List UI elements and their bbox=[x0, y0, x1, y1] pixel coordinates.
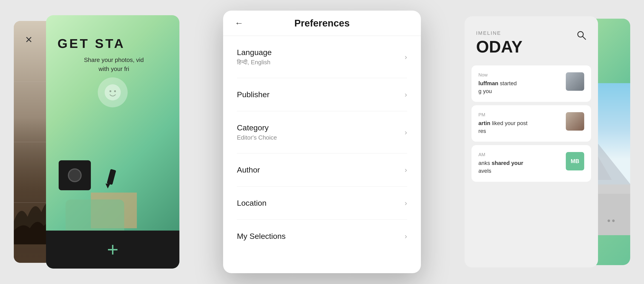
svg-point-1 bbox=[110, 90, 111, 92]
publisher-label: Publisher bbox=[237, 90, 270, 99]
location-content: Location bbox=[237, 199, 266, 208]
category-value: Editor's Choice bbox=[237, 134, 277, 141]
svg-point-0 bbox=[105, 84, 121, 100]
timeline-today: ODAY bbox=[476, 39, 522, 55]
svg-line-6 bbox=[582, 36, 586, 39]
notification-3: AM anks shared youravels MB bbox=[472, 145, 591, 182]
location-label: Location bbox=[237, 199, 266, 208]
language-value: हिन्दी, English bbox=[237, 59, 272, 66]
language-label: Language bbox=[237, 48, 272, 57]
notif-3-avatar-mb: MB bbox=[566, 152, 584, 171]
notif-1-name: luffman bbox=[478, 80, 498, 86]
category-item[interactable]: Category Editor's Choice › bbox=[237, 111, 407, 154]
my-selections-chevron: › bbox=[404, 232, 407, 240]
notif-1-time: Now bbox=[478, 72, 560, 78]
svg-point-2 bbox=[114, 90, 116, 92]
preferences-card-wrapper: ← Preferences Language हिन्दी, English ›… bbox=[223, 11, 421, 273]
smile-icon bbox=[104, 83, 122, 102]
location-item[interactable]: Location › bbox=[237, 187, 407, 220]
notif-2-avatar bbox=[566, 112, 584, 130]
notif-2-content: PM artin liked your postres bbox=[478, 112, 560, 135]
camera-block bbox=[59, 160, 91, 190]
card-timeline: IMELINE ODAY Now luffman startedg you bbox=[464, 16, 598, 267]
subtitle-line2: with your fri bbox=[99, 65, 129, 72]
location-chevron: › bbox=[404, 199, 407, 207]
pencil-block bbox=[96, 165, 126, 193]
notif-1-content: Now luffman startedg you bbox=[478, 72, 560, 95]
timeline-labels: IMELINE ODAY bbox=[476, 30, 522, 55]
subtitle: Share your photos, vid with your fri bbox=[55, 56, 172, 73]
notif-1-text: luffman startedg you bbox=[478, 79, 560, 95]
my-selections-item[interactable]: My Selections › bbox=[237, 220, 407, 253]
notif-3-name: shared your bbox=[492, 160, 523, 166]
add-button[interactable]: + bbox=[107, 240, 118, 259]
notif-2-time: PM bbox=[478, 112, 560, 117]
card-left-center: GET STA Share your photos, vid with your… bbox=[46, 15, 180, 268]
author-chevron: › bbox=[404, 166, 407, 174]
preferences-header: ← Preferences bbox=[223, 11, 421, 36]
author-item[interactable]: Author › bbox=[237, 154, 407, 187]
svg-rect-3 bbox=[107, 169, 116, 185]
publisher-chevron: › bbox=[404, 90, 407, 99]
search-icon bbox=[576, 30, 586, 40]
action-bar: + bbox=[46, 231, 180, 268]
back-button[interactable]: ← bbox=[234, 18, 243, 28]
search-button[interactable] bbox=[576, 30, 586, 43]
author-label: Author bbox=[237, 165, 260, 174]
my-selections-label: My Selections bbox=[237, 232, 286, 241]
language-item[interactable]: Language हिन्दी, English › bbox=[237, 36, 407, 78]
notif-3-time: AM bbox=[478, 152, 560, 157]
my-selections-content: My Selections bbox=[237, 232, 286, 241]
subtitle-line1: Share your photos, vid bbox=[84, 56, 144, 63]
timeline-header: IMELINE ODAY bbox=[464, 16, 598, 62]
category-chevron: › bbox=[404, 128, 407, 136]
preferences-card: ← Preferences Language हिन्दी, English ›… bbox=[223, 11, 421, 273]
notif-2-name: artin bbox=[478, 120, 490, 126]
publisher-item[interactable]: Publisher › bbox=[237, 78, 407, 111]
category-label: Category bbox=[237, 123, 277, 132]
notif-1-avatar bbox=[566, 72, 584, 91]
scene: × GET STA Share your photos, vid with yo… bbox=[0, 0, 644, 284]
camera-lens bbox=[68, 168, 82, 182]
preferences-list: Language हिन्दी, English › Publisher › C… bbox=[223, 36, 421, 253]
language-content: Language हिन्दी, English bbox=[237, 48, 272, 66]
publisher-content: Publisher bbox=[237, 90, 270, 99]
notification-1: Now luffman startedg you bbox=[472, 65, 591, 102]
timeline-label: IMELINE bbox=[476, 30, 522, 36]
three-dots: •• bbox=[607, 216, 616, 226]
pencil-icon bbox=[101, 168, 122, 189]
notif-2-text: artin liked your postres bbox=[478, 119, 560, 135]
notification-2: PM artin liked your postres bbox=[472, 105, 591, 142]
category-content: Category Editor's Choice bbox=[237, 123, 277, 141]
language-chevron: › bbox=[404, 53, 407, 61]
close-button[interactable]: × bbox=[25, 33, 32, 46]
notif-3-text: anks shared youravels bbox=[478, 159, 560, 175]
get-started-title: GET STA bbox=[58, 36, 125, 51]
face-circle bbox=[98, 77, 128, 107]
author-content: Author bbox=[237, 165, 260, 174]
notif-3-content: AM anks shared youravels bbox=[478, 152, 560, 175]
preferences-title: Preferences bbox=[294, 18, 350, 29]
